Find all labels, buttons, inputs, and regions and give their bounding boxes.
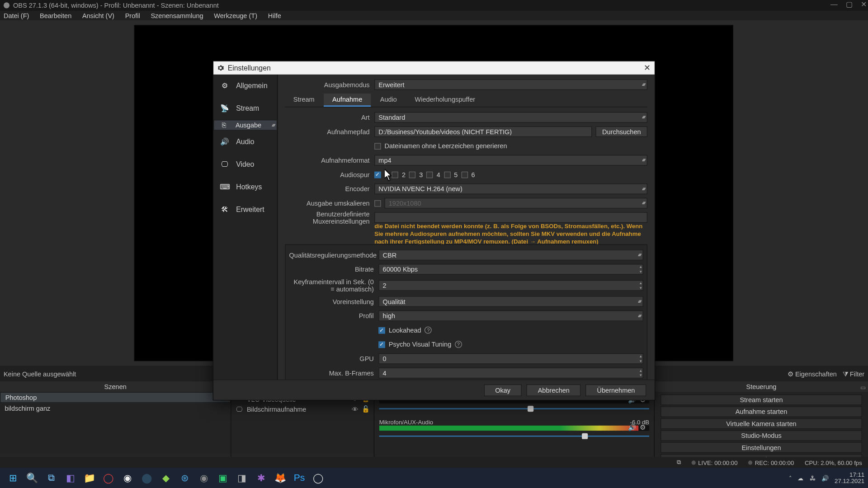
taskbar-search-icon[interactable]: 🔍 — [24, 469, 41, 486]
filter-button[interactable]: Filter — [843, 371, 864, 378]
close-button[interactable]: ✕ — [861, 0, 867, 8]
tab-audio[interactable]: Audio — [372, 94, 405, 107]
track-name: Mikrofon/AUX-Audio — [379, 419, 433, 426]
tab-stream[interactable]: Stream — [285, 94, 323, 107]
lookahead-checkbox[interactable] — [378, 327, 385, 333]
lock-icon[interactable]: 🔓 — [362, 405, 370, 413]
category-video[interactable]: 🖵Video — [213, 153, 277, 176]
tray-onedrive-icon[interactable]: ☁ — [797, 474, 803, 481]
tab-recording[interactable]: Aufnahme — [324, 94, 371, 107]
bframes-input[interactable]: 4 — [378, 368, 643, 379]
muxer-label: Benutzerdefinierte Muxereinstellungen — [285, 210, 374, 225]
taskbar-app5-icon[interactable]: ◨ — [234, 469, 250, 486]
type-select[interactable]: Standard — [374, 112, 647, 123]
menu-help[interactable]: Hilfe — [268, 12, 281, 19]
taskbar-app1-icon[interactable]: ◧ — [62, 469, 79, 486]
muxer-input[interactable] — [374, 212, 647, 223]
taskbar-app7-icon[interactable]: ◯ — [310, 469, 327, 486]
menu-view[interactable]: Ansicht (V) — [82, 12, 114, 19]
bframes-label: Max. B-Frames — [289, 370, 379, 377]
taskbar-start-icon[interactable]: ⊞ — [5, 469, 22, 486]
gpu-label: GPU — [289, 355, 379, 362]
rate-control-select[interactable]: CBR — [378, 250, 643, 261]
tray-chevron-icon[interactable]: ˄ — [789, 474, 792, 481]
track-2-checkbox[interactable] — [392, 171, 399, 178]
lookahead-help-icon[interactable]: ? — [425, 327, 432, 334]
keyint-input[interactable]: 2 — [378, 280, 643, 291]
taskbar-explorer-icon[interactable]: 📁 — [81, 469, 98, 486]
settings-button[interactable]: Einstellungen — [660, 442, 862, 453]
taskbar-clock[interactable]: 17:11 27.12.2021 — [835, 471, 864, 484]
apply-button[interactable]: Übernehmen — [585, 384, 646, 396]
track-5-checkbox[interactable] — [444, 171, 451, 178]
taskbar-ps-icon[interactable]: Ps — [291, 469, 308, 486]
category-hotkeys[interactable]: ⌨Hotkeys — [213, 176, 277, 198]
track-settings-icon[interactable]: ⚙ — [640, 424, 646, 432]
source-item[interactable]: 🖵Bildschirmaufnahme👁🔓 — [231, 404, 374, 414]
track-1-checkbox[interactable] — [374, 171, 381, 178]
taskbar-app2-icon[interactable]: ◆ — [157, 469, 174, 486]
visibility-icon[interactable]: 👁 — [352, 405, 359, 413]
browse-button[interactable]: Durchsuchen — [596, 127, 647, 137]
rescale-checkbox[interactable] — [374, 200, 381, 206]
menu-file[interactable]: Datei (F) — [4, 12, 29, 19]
category-output[interactable]: ⎘Ausgabe — [213, 120, 277, 131]
taskbar-app4-icon[interactable]: ▣ — [215, 469, 231, 486]
scene-item[interactable]: Photoshop — [0, 392, 231, 403]
start-stream-button[interactable]: Stream starten — [660, 394, 862, 405]
category-audio[interactable]: 🔊Audio — [213, 131, 277, 153]
monitor-icon: 🖵 — [218, 159, 231, 170]
gpu-input[interactable]: 0 — [378, 353, 643, 364]
no-space-checkbox[interactable] — [374, 143, 381, 150]
dialog-close-button[interactable]: ✕ — [644, 62, 651, 72]
profile-select[interactable]: high — [378, 310, 643, 321]
tray-network-icon[interactable]: 🖧 — [810, 474, 816, 481]
properties-button[interactable]: Eigenschaften — [788, 371, 837, 378]
taskbar-obs-icon[interactable]: ◉ — [196, 469, 212, 486]
encoder-settings-box: QualitätsregulierungsmethodeCBR Bitrate6… — [285, 244, 647, 380]
live-status: LIVE: 00:00:00 — [698, 459, 737, 466]
scene-item[interactable]: bildschirm ganz — [0, 403, 231, 413]
track-4-checkbox[interactable] — [426, 171, 433, 178]
recording-path-input[interactable] — [374, 127, 592, 137]
rescale-label: Ausgabe umskalieren — [285, 200, 374, 207]
category-general[interactable]: ⚙Allgemein — [213, 75, 277, 97]
psycho-label: Psycho Visual Tuning — [389, 341, 451, 348]
output-mode-select[interactable]: Erweitert — [374, 79, 647, 90]
taskbar-chrome-icon[interactable]: ◉ — [119, 469, 136, 486]
taskbar-app6-icon[interactable]: ✱ — [253, 469, 269, 486]
category-advanced[interactable]: 🛠Erweitert — [213, 198, 277, 221]
psycho-help-icon[interactable]: ? — [455, 341, 462, 348]
ok-button[interactable]: Okay — [484, 384, 522, 396]
taskbar-app3-icon[interactable]: ⊛ — [176, 469, 193, 486]
menu-tools[interactable]: Werkzeuge (T) — [214, 12, 257, 19]
volume-slider[interactable]: 🔊⚙ — [379, 406, 649, 412]
volume-slider[interactable]: 🔊⚙ — [379, 433, 649, 439]
minimize-button[interactable]: — — [830, 0, 838, 8]
tray-volume-icon[interactable]: 🔊 — [821, 474, 829, 481]
category-stream[interactable]: 📡Stream — [213, 97, 277, 120]
taskbar-taskview-icon[interactable]: ⧉ — [43, 469, 60, 486]
psycho-checkbox[interactable] — [378, 341, 385, 348]
cancel-button[interactable]: Abbrechen — [527, 384, 581, 396]
taskbar-firefox-icon[interactable]: 🦊 — [272, 469, 288, 486]
format-select[interactable]: mp4 — [374, 155, 647, 166]
preset-select[interactable]: Qualität — [378, 296, 643, 307]
menu-profile[interactable]: Profil — [125, 12, 140, 19]
track-3-checkbox[interactable] — [409, 171, 416, 178]
encoder-select[interactable]: NVIDIA NVENC H.264 (new) — [374, 183, 647, 194]
start-recording-button[interactable]: Aufnahme starten — [660, 406, 862, 417]
studio-mode-button[interactable]: Studio-Modus — [660, 430, 862, 441]
maximize-button[interactable]: ▢ — [846, 0, 853, 8]
taskbar-steam-icon[interactable]: ⬤ — [138, 469, 155, 486]
track-6-checkbox[interactable] — [461, 171, 468, 178]
tab-replay-buffer[interactable]: Wiederholungspuffer — [406, 94, 484, 107]
taskbar-opera-icon[interactable]: ◯ — [100, 469, 117, 486]
bitrate-input[interactable]: 60000 Kbps — [378, 264, 643, 275]
mute-icon[interactable]: 🔊 — [628, 424, 636, 432]
antenna-icon: 📡 — [218, 103, 231, 114]
dock-icon[interactable]: ⧉ — [677, 459, 681, 466]
menu-scene-collection[interactable]: Szenensammlung — [151, 12, 203, 19]
menu-edit[interactable]: Bearbeiten — [40, 12, 71, 19]
start-virtual-cam-button[interactable]: Virtuelle Kamera starten — [660, 418, 862, 429]
